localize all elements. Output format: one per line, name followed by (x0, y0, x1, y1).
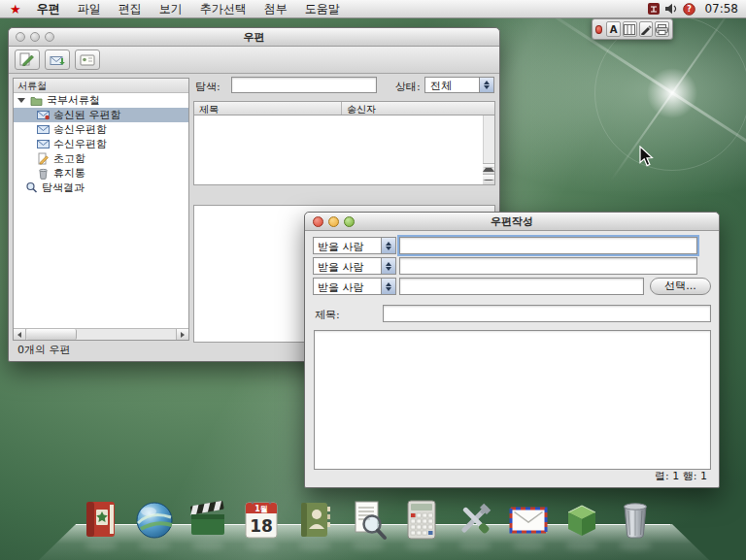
dock-calendar-day: 18 (250, 516, 273, 536)
mouse-cursor (639, 146, 656, 171)
dock-dictionary-icon[interactable] (79, 496, 123, 541)
sidebar-item-outbox[interactable]: 송신우편함 (14, 122, 188, 137)
get-mail-button[interactable] (45, 49, 70, 70)
mail-window-title: 우편 (9, 30, 499, 45)
message-body-textarea[interactable] (314, 330, 711, 470)
select-recipient-button[interactable]: 선택... (650, 278, 711, 295)
close-button[interactable] (313, 216, 323, 227)
menu-options[interactable]: 추가선택 (191, 0, 255, 18)
state-label: 상태: (395, 80, 421, 94)
recipient-input-2[interactable] (399, 257, 697, 275)
scroll-right-arrow[interactable] (176, 329, 188, 340)
menu-mail[interactable]: 우편 (28, 0, 69, 18)
recipient-type-dropdown-2[interactable]: 받을 사람 (313, 257, 396, 275)
stepper-icon (381, 279, 395, 294)
new-mail-button[interactable] (15, 49, 40, 70)
search-label: 탐색: (195, 80, 220, 94)
dock-calculator-icon[interactable] (399, 496, 444, 541)
ime-indicator-icon[interactable] (648, 3, 660, 15)
dock-mail-icon[interactable] (506, 496, 551, 541)
menu-attach[interactable]: 첨부 (255, 0, 296, 18)
state-popup[interactable]: 전체 (424, 77, 494, 93)
stepper-icon (479, 78, 493, 92)
dock-calendar-month: 1월 (254, 505, 268, 513)
menu-view[interactable]: 보기 (151, 0, 191, 18)
columns-button[interactable] (623, 21, 637, 37)
sidebar-item-label: 휴지통 (53, 166, 85, 181)
search-input[interactable] (231, 77, 377, 93)
scrollbar-thumb[interactable] (26, 329, 77, 340)
recipient-input-1[interactable] (399, 237, 697, 254)
help-glyph: ? (688, 5, 693, 14)
sidebar-horizontal-scrollbar[interactable] (14, 328, 188, 340)
address-book-button[interactable] (75, 49, 100, 70)
menu-file[interactable]: 파일 (69, 0, 110, 18)
font-button[interactable]: A (606, 21, 621, 37)
zoom-button[interactable] (45, 32, 54, 42)
recipient-type-dropdown-3[interactable]: 받을 사람 (313, 278, 396, 295)
compose-window: 우편작성 받을 사람 받을 사람 받을 사람 선택... 제목: 렬: 1 행:… (304, 212, 720, 488)
dock-icons: 1월 18 (79, 496, 658, 541)
help-badge-icon[interactable]: ? (683, 3, 695, 16)
speaker-icon[interactable] (664, 3, 678, 15)
mail-toolbar (9, 47, 499, 74)
drafts-icon (37, 152, 50, 165)
message-list-header: 제목 송신자 (193, 101, 495, 115)
recipient-type-dropdown-1[interactable]: 받을 사람 (313, 237, 396, 254)
palette-close-button[interactable] (595, 25, 602, 34)
column-sender[interactable]: 송신자 (342, 102, 494, 115)
scroll-left-arrow[interactable] (14, 329, 26, 340)
sidebar-item-label: 송신된 우편함 (53, 108, 121, 122)
disclosure-triangle-icon[interactable] (17, 98, 25, 103)
folder-root-row[interactable]: 국부서류철 (14, 93, 188, 108)
outbox-icon (37, 123, 50, 136)
redstar-logo-icon[interactable]: ★ (10, 0, 21, 18)
state-popup-value: 전체 (425, 78, 479, 92)
pane-splitter[interactable] (193, 186, 495, 205)
clock: 07:58 (704, 2, 738, 16)
folders-header: 서류철 (14, 79, 188, 93)
message-list[interactable] (193, 115, 495, 185)
menu-help[interactable]: 도움말 (296, 0, 349, 18)
dock-tools-icon[interactable] (453, 496, 497, 541)
sidebar-item-search-results[interactable]: 탐색결과 (14, 181, 188, 195)
stepper-icon (381, 238, 395, 253)
mail-status-text: 0개의 우편 (17, 343, 71, 357)
mail-titlebar[interactable]: 우편 (9, 28, 499, 47)
folder-icon (30, 94, 43, 107)
subject-input[interactable] (383, 305, 711, 322)
menu-edit[interactable]: 편집 (110, 0, 151, 18)
folder-sidebar: 서류철 국부서류철 송신된 우편함 송신우편함 수신우편함 초고함 휴지통 (13, 78, 189, 341)
sidebar-item-label: 탐색결과 (42, 181, 85, 195)
dock-browser-icon[interactable] (132, 496, 177, 541)
dock-trash-icon[interactable] (613, 496, 658, 541)
caret-position-status: 렬: 1 행: 1 (655, 469, 707, 483)
sidebar-item-trash[interactable]: 휴지통 (14, 166, 188, 181)
minimize-button[interactable] (328, 216, 339, 227)
zoom-button[interactable] (344, 216, 355, 227)
close-button[interactable] (16, 32, 25, 42)
sidebar-item-sent[interactable]: 송신된 우편함 (14, 108, 188, 122)
sidebar-item-drafts[interactable]: 초고함 (14, 151, 188, 166)
column-subject[interactable]: 제목 (194, 102, 342, 115)
inbox-icon (37, 138, 50, 150)
sidebar-item-label: 초고함 (53, 151, 85, 166)
sent-mailbox-icon (37, 109, 50, 121)
dock-contacts-icon[interactable] (292, 496, 337, 541)
printer-button[interactable] (655, 21, 669, 37)
pen-button[interactable] (639, 21, 654, 37)
dock-calendar-icon[interactable]: 1월 18 (239, 496, 284, 541)
subject-label: 제목: (315, 308, 340, 322)
sidebar-item-inbox[interactable]: 수신우편함 (14, 137, 188, 151)
dock-movies-icon[interactable] (186, 496, 230, 541)
trash-icon (37, 167, 50, 180)
recipient-input-3[interactable] (399, 278, 644, 295)
compose-titlebar[interactable]: 우편작성 (305, 213, 719, 231)
sidebar-item-label: 수신우편함 (53, 137, 107, 151)
list-scroll-arrows[interactable] (483, 163, 494, 184)
folder-root-label: 국부서류철 (47, 93, 100, 108)
dock-software-icon[interactable] (560, 496, 604, 541)
magnifier-icon (25, 181, 38, 194)
dock-search-icon[interactable] (346, 496, 390, 541)
minimize-button[interactable] (30, 32, 40, 42)
